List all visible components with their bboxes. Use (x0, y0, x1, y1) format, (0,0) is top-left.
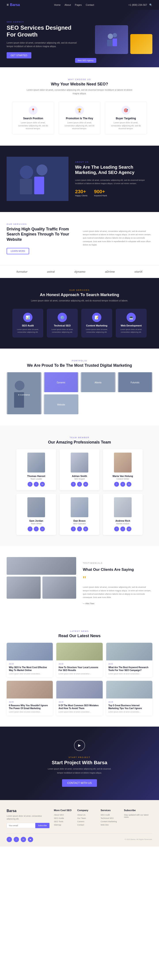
twitter-icon-4[interactable]: t (77, 527, 82, 531)
stat-label-1: Keyword Rank (94, 194, 107, 197)
news-title: Read Our Latest News (6, 634, 153, 638)
twitter-icon-0[interactable]: t (34, 482, 39, 487)
team-name-3: Sam Jordan (20, 519, 53, 522)
nav-about[interactable]: About (65, 3, 71, 6)
cta-desc1: Lorem ipsum dolor sit amet, consectetur … (35, 768, 124, 770)
feature-desc-1: Lorem ipsum dolor sit amet, consectetur … (63, 121, 96, 130)
twitter-icon-1[interactable]: t (77, 482, 82, 487)
subscribe-button[interactable]: Subscribe (35, 823, 49, 828)
nav-home[interactable]: Home (54, 3, 60, 6)
driving-section: OUR SERVICES Driving High Quality Traffi… (0, 212, 159, 266)
facebook-icon-0[interactable]: f (28, 482, 33, 487)
facebook-icon-1[interactable]: f (71, 482, 76, 487)
cta-desc2: tempor incididunt ut labore et dolore ma… (35, 772, 124, 774)
team-role-5: Market Analyst (106, 523, 139, 525)
twitter-icon-5[interactable]: t (120, 527, 125, 531)
footer-services-link-0[interactable]: SEO Audit (101, 814, 120, 816)
service-title-1: Technical SEO (51, 324, 74, 327)
team-role-4: SEO Operator (63, 523, 96, 525)
svg-rect-3 (113, 38, 117, 46)
news-card-0[interactable]: Jul 23 Why SEO Is The Most Cost Effectiv… (6, 643, 53, 677)
play-button[interactable]: ▶ (74, 740, 85, 751)
facebook-icon-5[interactable]: f (114, 527, 119, 531)
footer-seo-link-2[interactable]: SEO Tools (54, 821, 73, 822)
footer-twitter[interactable]: t (14, 837, 19, 842)
twitter-icon-3[interactable]: t (34, 527, 39, 531)
team-name-5: Andrew Rich (106, 519, 139, 522)
linkedin-icon-2[interactable]: in (126, 482, 131, 487)
subscribe-input[interactable] (6, 823, 35, 828)
nav-pages[interactable]: Pages (75, 3, 82, 6)
linkedin-icon-3[interactable]: in (40, 527, 45, 531)
twitter-icon-2[interactable]: t (120, 482, 125, 487)
news-meta-0: Jul 23 (9, 663, 50, 665)
svg-text:Futuristic: Futuristic (131, 381, 140, 384)
footer-seo-col: More Cool SEO About SEO SEO Guide SEO To… (54, 809, 73, 828)
svg-point-10 (15, 381, 25, 390)
driving-desc: Lorem ipsum dolor sit amet, consectetur … (83, 230, 153, 247)
cta-button[interactable]: CONTACT WITH US (62, 779, 97, 787)
feature-card-1: 🏆 Promotion Is The Key Lorem ipsum dolor… (58, 102, 101, 135)
facebook-icon-4[interactable]: f (71, 527, 76, 531)
linkedin-icon-1[interactable]: in (83, 482, 88, 487)
news-card-3[interactable]: Jul 20 6 Reasons Why You Shouldn't Ignor… (6, 681, 53, 715)
facebook-icon-3[interactable]: f (28, 527, 33, 531)
team-social-1: f t in (63, 482, 96, 487)
footer-seo-link-3[interactable]: Sitemap (54, 824, 73, 826)
footer-seo-link-0[interactable]: About SEO (54, 814, 73, 816)
news-card-1[interactable]: Jul 22 How To Structure Your Local Lesso… (56, 643, 102, 677)
news-desc-1: Lorem ipsum dolor sit amet consectetur..… (58, 673, 100, 675)
news-card-4[interactable]: Jul 19 9 Of The Most Common SEO Mistakes… (56, 681, 102, 715)
linkedin-icon-4[interactable]: in (83, 527, 88, 531)
cta-section: ▶ START PROJECT Start Project With Barsa… (0, 727, 159, 800)
footer-company-link-0[interactable]: About Us (77, 814, 96, 816)
news-title-3: 6 Reasons Why You Shouldn't Ignore The P… (9, 704, 50, 710)
svg-point-0 (108, 33, 113, 39)
team-grid: Thomas Hanset Team Leader f t in Adrian … (6, 449, 153, 535)
footer-facebook[interactable]: f (6, 837, 12, 842)
test-img-0 (6, 576, 41, 599)
leading-desc: Lorem ipsum dolor sit amet, consectetur … (75, 178, 153, 186)
footer-services-link-1[interactable]: Technical SEO (101, 817, 120, 819)
nav-contact[interactable]: Contact (86, 3, 94, 6)
footer-company-link-1[interactable]: Our Team (77, 817, 96, 819)
stat-1: 900+ Keyword Rank (94, 189, 107, 197)
feature-desc-0: Lorem ipsum dolor sit amet, consectetur … (16, 121, 50, 130)
trusted-section: PORTFOLIO We Are Proud To Be The Most Tr… (0, 348, 159, 425)
footer-services-link-2[interactable]: Content Marketing (101, 821, 120, 822)
footer-company-link-2[interactable]: Careers (77, 821, 96, 822)
leading-label: ABOUT US (75, 161, 153, 163)
footer-youtube[interactable]: ▶ (28, 837, 33, 842)
team-section: TEAM MEMBER Our Amazing Professionals Te… (0, 425, 159, 546)
feature-title-2: Buyer Targeting (109, 117, 143, 120)
facebook-icon-2[interactable]: f (114, 482, 119, 487)
team-photo-2 (114, 453, 132, 473)
driving-cta-button[interactable]: LEARN MORE (6, 248, 29, 254)
footer-services-link-3[interactable]: Web Dev (101, 824, 120, 826)
news-body-2: Jul 21 What Are The Best Keyword Researc… (106, 660, 153, 677)
news-img-0 (6, 643, 53, 660)
news-body-3: Jul 20 6 Reasons Why You Shouldn't Ignor… (6, 698, 53, 715)
linkedin-icon-5[interactable]: in (126, 527, 131, 531)
search-icon[interactable]: 🔍 (149, 3, 153, 6)
test-img-1 (43, 576, 76, 599)
testimonial-quote: Lorem ipsum dolor sit amet, consectetur … (83, 585, 153, 599)
news-card-5[interactable]: Jul 18 Top 5 Great Business Internet Mar… (106, 681, 153, 715)
footer-seo-link-1[interactable]: SEO Guide (54, 817, 73, 819)
svg-text:Atlanta: Atlanta (94, 381, 102, 384)
svg-rect-8 (34, 177, 44, 194)
team-role-2: Content Writer (106, 478, 139, 480)
footer-company-link-3[interactable]: Contact (77, 824, 96, 826)
linkedin-icon-0[interactable]: in (40, 482, 45, 487)
team-member-0: Thomas Hanset Team Leader f t in (16, 449, 56, 490)
feature-title-0: Search Position (16, 117, 50, 120)
testimonial-content: TESTIMONIALS What Our Clients Are Saying… (83, 557, 153, 608)
hero-cta-button[interactable]: GET STARTED (6, 52, 31, 59)
news-meta-1: Jul 22 (58, 663, 100, 665)
news-card-2[interactable]: Jul 21 What Are The Best Keyword Researc… (106, 643, 153, 677)
footer-linkedin[interactable]: in (21, 837, 26, 842)
leading-section: ABOUT US We Are The Leading Search Marke… (0, 146, 159, 212)
news-img-3 (6, 681, 53, 698)
news-desc-0: Lorem ipsum dolor sit amet consectetur..… (9, 673, 50, 675)
svg-point-6 (36, 164, 47, 175)
